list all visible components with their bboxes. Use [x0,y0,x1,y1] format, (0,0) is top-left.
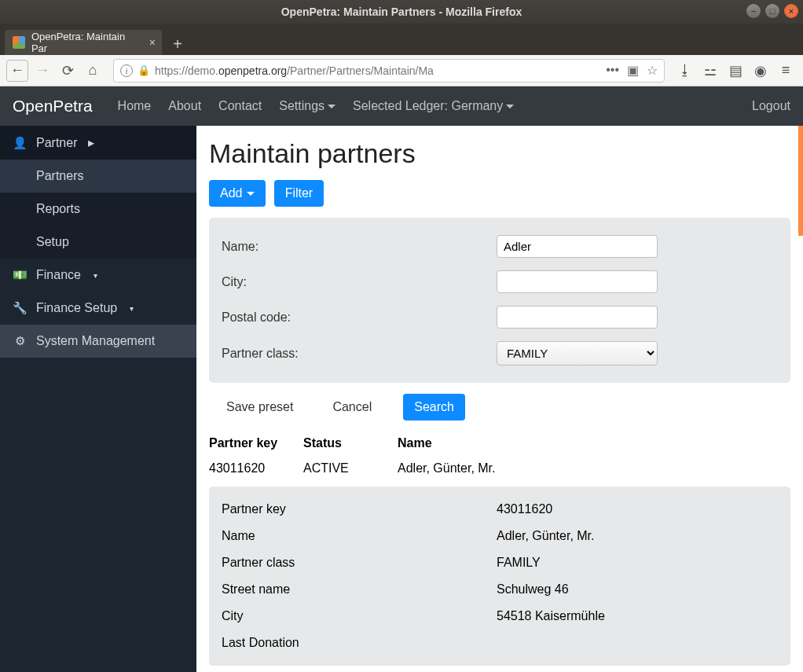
filter-postal-input[interactable] [497,306,658,329]
filter-postal-label: Postal code: [222,310,497,325]
reader-mode-icon[interactable]: ▣ [627,63,639,78]
nav-home[interactable]: Home [118,99,152,113]
browser-tabstrip: OpenPetra: Maintain Par × + [0,24,803,55]
url-text: https://demo.openpetra.org/Partner/Partn… [155,64,601,77]
filter-panel: Name: City: Postal code: Partner class: … [209,218,790,383]
results-table: Partner key Status Name 43011620 ACTIVE … [209,431,790,482]
sidebar-label: System Management [36,334,155,348]
bookmark-star-icon[interactable]: ☆ [647,63,658,78]
detail-label-class: Partner class [222,556,497,570]
money-icon: 💵 [13,268,27,282]
nav-logout[interactable]: Logout [752,99,790,113]
tab-favicon-icon [13,36,25,49]
filter-city-input[interactable] [497,270,658,293]
window-title: OpenPetra: Maintain Partners - Mozilla F… [281,6,522,18]
col-header-status: Status [303,431,398,455]
window-titlebar: OpenPetra: Maintain Partners - Mozilla F… [0,0,803,24]
sidebar-item-partner[interactable]: 👤 Partner ▸ [0,126,196,160]
nav-contact[interactable]: Contact [218,99,262,113]
detail-label-name: Name [222,529,497,543]
save-preset-button[interactable]: Save preset [218,394,301,420]
brand[interactable]: OpenPetra [13,97,93,116]
forward-button[interactable]: → [31,60,53,82]
detail-label-last: Last Donation [222,636,497,650]
col-header-name: Name [398,431,790,455]
filter-class-label: Partner class: [222,347,497,361]
filter-name-label: Name: [222,240,497,254]
extension-icon[interactable]: ◉ [750,60,772,82]
chevron-down-icon [247,186,255,200]
detail-panel: Partner key43011620 NameAdler, Günter, M… [209,487,790,666]
reload-button[interactable]: ⟳ [57,60,79,82]
detail-label-street: Street name [222,582,497,597]
back-button[interactable]: ← [6,60,28,82]
search-button[interactable]: Search [403,394,465,420]
detail-value-name: Adler, Günter, Mr. [497,529,595,543]
chevron-down-icon: ▾ [130,304,134,313]
cell-name: Adler, Günter, Mr. [398,455,790,482]
table-row[interactable]: 43011620 ACTIVE Adler, Günter, Mr. [209,455,790,482]
cancel-button[interactable]: Cancel [324,394,380,420]
sidebar-label: Finance [36,268,81,282]
nav-settings[interactable]: Settings [279,99,336,113]
window-minimize-button[interactable]: – [746,4,761,18]
nav-about[interactable]: About [168,99,201,113]
filter-class-select[interactable]: FAMILY [497,341,658,365]
tab-title: OpenPetra: Maintain Par [31,31,143,54]
home-button[interactable]: ⌂ [82,60,104,82]
sidebar-label: Partner [36,136,77,150]
sidebar: 👤 Partner ▸ Partners Reports Setup 💵 Fin… [0,126,196,672]
chevron-right-icon: ▸ [88,135,94,150]
window-maximize-button[interactable]: □ [765,4,779,18]
cell-status: ACTIVE [303,455,398,482]
lock-icon: 🔒 [138,64,150,76]
window-close-button[interactable]: × [784,4,798,18]
wrench-icon: 🔧 [13,301,27,315]
add-button[interactable]: Add [209,180,266,207]
sidebar-item-partners[interactable]: Partners [0,160,196,193]
browser-tab[interactable]: OpenPetra: Maintain Par × [5,30,162,55]
user-icon: 👤 [13,136,27,150]
new-tab-button[interactable]: + [167,33,189,55]
detail-value-class: FAMILY [497,556,541,570]
url-bar[interactable]: i 🔒 https://demo.openpetra.org/Partner/P… [113,59,665,83]
detail-value-city: 54518 Kaisermühle [497,609,605,623]
cell-key: 43011620 [209,455,303,482]
tab-close-icon[interactable]: × [149,36,156,49]
sidebar-item-reports[interactable]: Reports [0,193,196,226]
page-title: Maintain partners [209,138,790,169]
sidebar-item-finance-setup[interactable]: 🔧 Finance Setup ▾ [0,292,196,325]
scroll-indicator[interactable] [798,126,803,236]
library-icon[interactable]: ⚍ [699,60,721,82]
sidebar-item-system-management[interactable]: ⚙ System Management [0,325,196,358]
sidebar-item-setup[interactable]: Setup [0,226,196,259]
sidebar-icon[interactable]: ▤ [724,60,746,82]
downloads-icon[interactable]: ⭳ [674,60,696,82]
detail-value-key: 43011620 [497,502,552,516]
page-actions-icon[interactable]: ••• [606,63,619,78]
filter-button[interactable]: Filter [274,180,324,207]
nav-ledger[interactable]: Selected Ledger: Germany [353,99,514,113]
col-header-key: Partner key [209,431,303,455]
app-navbar: OpenPetra Home About Contact Settings Se… [0,86,803,126]
site-info-icon[interactable]: i [120,64,133,77]
sidebar-label: Finance Setup [36,301,117,315]
detail-label-city: City [222,609,497,623]
menu-icon[interactable]: ≡ [775,60,797,82]
sidebar-item-finance[interactable]: 💵 Finance ▾ [0,259,196,292]
filter-city-label: City: [222,275,497,289]
chevron-down-icon: ▾ [94,271,97,280]
detail-label-key: Partner key [222,502,497,516]
main-content: Maintain partners Add Filter Name: City:… [196,126,803,672]
browser-toolbar: ← → ⟳ ⌂ i 🔒 https://demo.openpetra.org/P… [0,55,803,86]
detail-value-street: Schulweg 46 [497,582,569,597]
filter-name-input[interactable] [497,235,658,258]
sliders-icon: ⚙ [13,334,27,348]
